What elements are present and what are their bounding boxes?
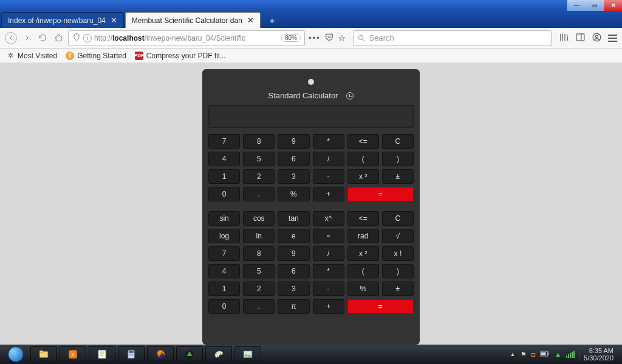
key-cos[interactable]: cos <box>243 211 275 226</box>
key-[interactable]: ( <box>347 152 379 166</box>
taskbar-explorer[interactable] <box>30 346 57 362</box>
taskbar-photos[interactable] <box>234 346 261 362</box>
key-[interactable]: ) <box>382 264 414 278</box>
key-log[interactable]: log <box>208 229 240 243</box>
tray-battery-icon[interactable] <box>540 351 550 358</box>
key-[interactable]: / <box>313 152 344 166</box>
key-e[interactable]: e <box>278 229 309 243</box>
taskbar-calculator[interactable] <box>118 346 145 362</box>
key-7[interactable]: 7 <box>208 134 240 149</box>
tray-clock[interactable]: 8:35 AM 5/30/2020 <box>579 347 613 362</box>
key-c[interactable]: C <box>382 134 414 149</box>
key-2[interactable]: 2 <box>243 281 275 296</box>
key-equals[interactable]: = <box>347 187 414 201</box>
key-0[interactable]: 0 <box>208 187 240 201</box>
key-3[interactable]: 3 <box>278 169 309 184</box>
key-4[interactable]: 4 <box>208 264 240 278</box>
taskbar-firefox[interactable] <box>147 346 174 362</box>
key-[interactable]: ∘ <box>313 229 344 243</box>
key-3[interactable]: 3 <box>278 281 309 296</box>
key-2[interactable]: 2 <box>243 169 275 184</box>
key-8[interactable]: 8 <box>243 134 275 149</box>
calculator-display[interactable] <box>208 105 414 128</box>
browser-tab-inactive[interactable]: Index of /inwepo-new/baru_04 ✕ <box>1 12 124 28</box>
key-x[interactable]: x ² <box>347 246 379 261</box>
page-actions-icon[interactable]: ••• <box>309 33 321 42</box>
key-[interactable]: / <box>313 246 344 261</box>
window-minimize-button[interactable]: — <box>567 0 586 11</box>
key-[interactable]: . <box>243 299 275 314</box>
taskbar-xampp[interactable]: X <box>60 346 86 362</box>
bookmark-compress-pdf[interactable]: PDFCompress your PDF fil... <box>135 52 226 60</box>
key-[interactable]: - <box>313 281 344 296</box>
sidebar-icon[interactable] <box>575 32 586 44</box>
key-6[interactable]: 6 <box>278 264 309 278</box>
tray-xampp-icon[interactable]: ◘ <box>531 351 536 358</box>
menu-icon[interactable] <box>608 35 617 42</box>
key-[interactable]: . <box>243 187 275 201</box>
key-[interactable]: <= <box>347 134 379 149</box>
key-[interactable]: + <box>313 187 344 201</box>
key-[interactable]: √ <box>382 229 414 243</box>
bookmark-most-visited[interactable]: ✲Most Visited <box>6 52 57 60</box>
key-5[interactable]: 5 <box>243 152 275 166</box>
key-9[interactable]: 9 <box>278 246 309 261</box>
back-button[interactable] <box>5 32 17 44</box>
key-[interactable]: * <box>313 264 344 278</box>
key-[interactable]: <= <box>347 211 379 226</box>
new-tab-button[interactable]: + <box>264 13 280 27</box>
zoom-indicator[interactable]: 80% <box>281 34 301 42</box>
key-1[interactable]: 1 <box>208 169 240 184</box>
key-[interactable]: + <box>313 299 344 314</box>
forward-button[interactable] <box>21 32 33 44</box>
tray-overflow-icon[interactable]: ▲ <box>510 351 516 357</box>
sun-icon[interactable] <box>308 79 314 85</box>
window-close-button[interactable]: ✕ <box>604 0 622 11</box>
key-9[interactable]: 9 <box>278 134 309 149</box>
key-1[interactable]: 1 <box>208 281 240 296</box>
bookmark-getting-started[interactable]: ffGetting Started <box>66 52 126 60</box>
window-maximize-button[interactable]: ▭ <box>586 0 604 11</box>
key-[interactable]: % <box>278 187 309 201</box>
taskbar-paint[interactable] <box>205 346 232 362</box>
key-[interactable]: * <box>313 134 344 149</box>
key-tan[interactable]: tan <box>278 211 309 226</box>
key-6[interactable]: 6 <box>278 152 309 166</box>
site-info-icon[interactable]: i <box>83 34 92 42</box>
tray-flag-icon[interactable]: ⚑ <box>521 351 527 359</box>
key-x[interactable]: x ² <box>347 169 379 184</box>
tray-signal-icon[interactable] <box>566 351 575 358</box>
tab-close-icon[interactable]: ✕ <box>247 16 254 25</box>
key-[interactable]: ± <box>382 281 414 296</box>
tab-close-icon[interactable]: ✕ <box>111 16 117 25</box>
history-icon[interactable] <box>346 92 354 99</box>
taskbar-app-green[interactable] <box>176 346 203 362</box>
start-button[interactable] <box>4 346 28 363</box>
search-box[interactable]: Search <box>353 30 552 46</box>
pocket-icon[interactable] <box>324 32 334 44</box>
key-x[interactable]: x ! <box>382 246 414 261</box>
address-bar[interactable]: i http://localhost/inwepo-new/baru_04/Sc… <box>68 30 305 46</box>
key-[interactable]: - <box>313 169 344 184</box>
key-[interactable]: ( <box>347 264 379 278</box>
key-[interactable]: ± <box>382 169 414 184</box>
library-icon[interactable] <box>559 32 569 44</box>
key-ln[interactable]: ln <box>243 229 275 243</box>
key-rad[interactable]: rad <box>347 229 379 243</box>
bookmark-star-icon[interactable]: ☆ <box>338 33 346 44</box>
key-0[interactable]: 0 <box>208 299 240 314</box>
tray-network-icon[interactable]: ▲ <box>555 351 561 358</box>
account-icon[interactable] <box>592 32 602 44</box>
reload-button[interactable] <box>36 32 49 44</box>
key-8[interactable]: 8 <box>243 246 275 261</box>
home-button[interactable] <box>52 32 64 44</box>
browser-tab-active[interactable]: Membuat Scientific Calculator dan ✕ <box>125 12 261 28</box>
key-[interactable]: % <box>347 281 379 296</box>
key-[interactable]: π <box>278 299 309 314</box>
key-[interactable]: ) <box>382 152 414 166</box>
key-c[interactable]: C <box>382 211 414 226</box>
key-sin[interactable]: sin <box>208 211 240 226</box>
key-equals[interactable]: = <box>347 299 414 314</box>
key-x[interactable]: x^ <box>313 211 344 226</box>
taskbar-notepadpp[interactable] <box>89 346 115 362</box>
